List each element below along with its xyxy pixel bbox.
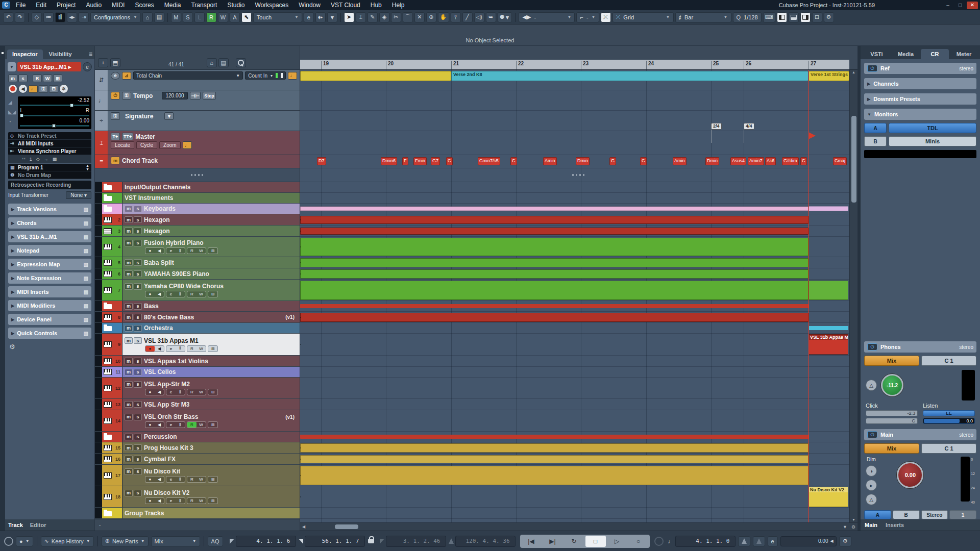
track-mute-button[interactable]: m [125,206,133,212]
midi-event-tail[interactable] [300,246,301,247]
track-solo-button[interactable]: s [134,206,142,212]
track-divider-row[interactable] [95,168,300,182]
track-solo-button[interactable]: s [134,303,142,310]
power-icon[interactable]: ⏻ [867,343,877,350]
inspector-section[interactable]: ▶ MIDI Modifiers ▧ [8,300,91,311]
erase-tool[interactable]: ◈ [379,12,389,22]
track-lane[interactable] [300,193,857,204]
track-write-button[interactable]: W [197,389,206,395]
track-solo-button[interactable]: s [134,401,142,408]
arrange-body[interactable]: Verse 2nd K8Verse 1st Strings 2/44/4 D7D… [300,70,857,522]
marker-locate-button[interactable]: Locate [111,141,134,149]
marker-add-button[interactable]: T+ [111,133,120,140]
configurations-dropdown[interactable]: Configurations▼ [90,12,141,22]
track-write-button[interactable]: W [197,422,206,428]
draw-tool[interactable]: ✎ [368,12,378,22]
marker-timebase-icon[interactable]: ♩ [183,141,192,149]
select-tool[interactable]: ➤ [344,12,354,22]
search-tracks-icon[interactable] [236,58,246,67]
track-row[interactable]: 10 m s VSL Appas 1st Violins ●◀ e⫴ [95,356,300,367]
midi-event[interactable] [300,455,808,463]
main-mix-button[interactable]: Mix [864,443,919,454]
track-name[interactable]: Prog House Kit 3 [144,444,193,452]
listen-level-slider[interactable]: 0.0 [923,418,975,424]
track-mute-button[interactable]: m [125,259,133,266]
track-name[interactable]: Orchestra [144,324,173,332]
inspector-section[interactable]: ▶ Chords ▧ [8,217,91,229]
chord-event[interactable]: G7 [431,157,440,165]
monitor-select-button[interactable]: A [864,123,887,133]
vertical-scrollbar[interactable]: ▲ ▼ [849,70,857,522]
track-handle[interactable] [95,312,102,322]
track-handle[interactable] [95,268,102,279]
track-record-button[interactable]: ● [145,346,155,352]
left-locator-flag-icon[interactable] [230,539,234,544]
track-lane[interactable] [300,454,857,465]
tab-editor[interactable]: Editor [30,522,46,528]
track-color-strip[interactable]: 6 [102,268,122,279]
arranger-edit-button[interactable]: e [111,72,120,80]
track-name[interactable]: Baba Split [144,259,174,266]
track-handle[interactable] [95,410,102,431]
inspector-menu-icon[interactable]: ≡ [89,51,92,59]
quantize-panel-icon[interactable]: ⌨ [763,12,775,22]
zoom-tool[interactable]: ⊕ [426,12,436,22]
track-monitor-button[interactable]: ◀ [155,422,164,428]
track-name[interactable]: Input/Output Channels [125,184,190,191]
lanes-icon[interactable]: ⊟ [49,85,58,93]
precount-button[interactable] [753,536,765,546]
track-color-strip[interactable] [102,323,122,333]
track-lane[interactable] [300,312,857,323]
right-locator-flag-icon[interactable] [299,539,303,544]
track-monitor-button[interactable]: ◀ [155,477,164,482]
output-select-button[interactable]: A [864,510,891,519]
track-lanes-icon[interactable]: ⊞ [208,477,217,482]
track-edit-button[interactable]: e [166,498,176,504]
chord-event[interactable]: Fmin [413,157,427,165]
inspector-section[interactable]: ▶ MIDI Inserts ▧ [8,286,91,297]
chord-event[interactable]: G#dim [782,157,799,165]
track-lane[interactable] [300,237,857,257]
power-icon[interactable]: ⏻ [867,65,877,72]
menu-item[interactable]: Media [160,0,186,10]
tempo-step-button[interactable]: Step [203,92,216,99]
track-instrument-icon[interactable]: ⫴ [176,389,185,395]
tempo-active-button[interactable]: ⏻ [111,92,120,99]
track-handle[interactable] [95,378,102,398]
track-lanes-icon[interactable]: ⊞ [208,291,217,297]
track-solo-button[interactable]: s [134,216,142,223]
track-color-strip[interactable]: 11 [102,367,122,377]
mix-mode-dropdown[interactable]: Mix▼ [151,536,200,546]
locator-lock-icon[interactable] [368,539,374,543]
inspector-track-name[interactable]: VSL 31b App...M1 ▸ [17,62,81,71]
chord-event[interactable]: Amin [673,157,687,165]
track-name[interactable]: YAMAHA S90ES Piano [144,270,209,278]
arranger-part[interactable]: Verse 1st Strings [808,71,849,81]
menu-item[interactable]: MIDI [107,0,129,10]
write-automation-button[interactable]: W [218,12,228,22]
section-downmix-presets[interactable]: ▶Downmix Presets [864,93,976,105]
stop-button[interactable]: □ [585,536,606,547]
track-name[interactable]: Fusion Hybrid Piano [144,239,204,246]
midi-event-tail[interactable] [808,207,848,211]
track-name[interactable]: VSL 31b Appas M1 [144,337,199,344]
track-handle[interactable] [95,193,102,203]
track-row[interactable]: m s Keyboards ●◀ e⫴ RW ⊞ [95,204,300,214]
follow-icon[interactable]: ⇥ [79,12,89,22]
signature-marker[interactable]: 2/4 [711,123,722,130]
track-mute-button[interactable]: m [125,490,133,496]
track-solo-button[interactable]: s [134,358,142,364]
right-zone-tab[interactable]: Media [892,49,920,59]
menu-item[interactable]: Edit [31,0,51,10]
midi-event-tail[interactable] [300,231,301,232]
mute-button[interactable]: m [8,74,17,82]
midi-event-tail[interactable] [808,281,848,300]
track-mute-button[interactable]: m [125,283,133,290]
midi-event-tail[interactable] [300,273,301,274]
track-name[interactable]: Hexagon [144,228,170,235]
scroll-left-icon[interactable]: ◀ [302,524,305,529]
track-color-strip[interactable] [102,204,122,214]
track-name[interactable]: Cymbal FX [144,456,176,463]
track-row[interactable]: 6 m s YAMAHA S90ES Piano ●◀ e⫴ RW [95,268,300,280]
glue-tool[interactable]: ⌒ [403,12,413,22]
